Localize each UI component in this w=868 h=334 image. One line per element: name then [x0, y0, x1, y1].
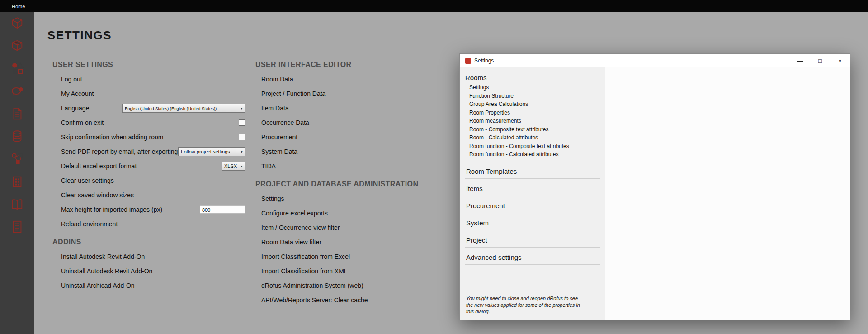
nav-item-room-function-calculated-attributes[interactable]: Room function - Calculated attributes: [460, 150, 605, 159]
excel-format-label: Default excel export format: [61, 162, 137, 170]
sidebar-button-cube-open[interactable]: [9, 39, 25, 54]
dialog-titlebar[interactable]: Settings — □ ×: [460, 54, 850, 67]
log-out-link[interactable]: Log out: [61, 76, 82, 83]
sidebar: [0, 12, 34, 334]
home-tab[interactable]: Home: [12, 4, 25, 9]
document-icon: [10, 220, 24, 235]
row-log-out: Log out: [52, 72, 245, 86]
clear-user-settings-link[interactable]: Clear user settings: [61, 177, 114, 184]
room-data-link[interactable]: Room Data: [261, 76, 293, 83]
my-account-link[interactable]: My Account: [61, 90, 94, 97]
nav-item-room-calculated-attributes[interactable]: Room - Calculated attributes: [460, 134, 605, 142]
tida-link[interactable]: TIDA: [261, 162, 276, 170]
drofus-logo-icon: [465, 58, 471, 64]
send-pdf-select[interactable]: Follow project settings ▼: [178, 147, 245, 156]
accordion-header-advanced-settings[interactable]: Advanced settings: [465, 248, 600, 265]
accordion-header-room-templates[interactable]: Room Templates: [465, 162, 600, 179]
dialog-note: You might need to close and reopen dRofu…: [466, 295, 580, 315]
sidebar-button-book[interactable]: [9, 197, 25, 212]
row-import-classification-excel: Import Classification from Excel: [255, 249, 454, 264]
app-titlebar: Home: [0, 0, 868, 12]
coins-icon: [10, 129, 24, 145]
sidebar-button-coins[interactable]: [9, 129, 25, 144]
row-language: Language English (United States) (Englis…: [52, 101, 245, 115]
accordion-header-rooms[interactable]: Rooms: [460, 73, 605, 83]
cube-icon: [10, 16, 24, 32]
user-settings-column: USER SETTINGS Log out My Account Languag…: [52, 60, 247, 293]
row-uninstall-revit-addon: Uninstall Autodesk Revit Add-On: [52, 264, 245, 278]
uninstall-revit-addon-link[interactable]: Uninstall Autodesk Revit Add-On: [61, 267, 152, 275]
row-send-pdf: Send PDF report by email, after exportin…: [52, 144, 245, 159]
room-data-view-filter-link[interactable]: Room Data view filter: [261, 239, 321, 246]
diagram-icon: [10, 152, 24, 167]
minimize-button[interactable]: —: [790, 54, 810, 67]
nav-item-function-structure[interactable]: Function Structure: [460, 92, 605, 100]
row-procurement: Procurement: [255, 130, 454, 144]
row-excel-format: Default excel export format XLSX ▼: [52, 159, 245, 173]
skip-confirmation-label: Skip confirmation when adding room: [61, 134, 163, 141]
row-my-account: My Account: [52, 86, 245, 101]
application-window: Home S: [0, 0, 868, 334]
sidebar-button-pig[interactable]: [9, 84, 25, 99]
procurement-link[interactable]: Procurement: [261, 134, 297, 141]
pig-icon: [10, 84, 24, 100]
dialog-window-controls: — □ ×: [790, 54, 850, 67]
import-classification-xml-link[interactable]: Import Classification from XML: [261, 267, 348, 275]
sidebar-button-shapes[interactable]: [9, 62, 25, 76]
occurrence-data-link[interactable]: Occurrence Data: [261, 119, 309, 126]
nav-item-room-function-composite-text-attributes[interactable]: Room function - Composite text attribute…: [460, 142, 605, 151]
chevron-down-icon: ▼: [240, 165, 243, 168]
row-confirm-on-exit: Confirm on exit: [52, 115, 245, 130]
sidebar-button-document[interactable]: [9, 220, 25, 235]
max-height-label: Max height for imported images (px): [61, 206, 162, 213]
sidebar-button-diagram[interactable]: [9, 152, 25, 167]
clear-saved-window-sizes-link[interactable]: Clear saved window sizes: [61, 191, 134, 199]
row-uninstall-archicad-addon: Uninstall Archicad Add-On: [52, 278, 245, 293]
chevron-down-icon: ▼: [240, 150, 243, 153]
reload-environment-link[interactable]: Reload environment: [61, 220, 118, 228]
admin-settings-link[interactable]: Settings: [261, 195, 284, 202]
item-data-link[interactable]: Item Data: [261, 105, 289, 112]
accordion-header-system[interactable]: System: [465, 213, 600, 230]
row-reload-environment: Reload environment: [52, 217, 245, 231]
skip-confirmation-checkbox[interactable]: [239, 134, 245, 140]
maximize-button[interactable]: □: [810, 54, 830, 67]
shapes-icon: [10, 62, 24, 77]
nav-item-room-measurements[interactable]: Room measurements: [460, 117, 605, 125]
import-classification-excel-link[interactable]: Import Classification from Excel: [261, 253, 350, 260]
language-select[interactable]: English (United States) (English (United…: [122, 104, 245, 113]
nav-item-group-area-calculations[interactable]: Group Area Calculations: [460, 100, 605, 109]
dialog-title: Settings: [474, 57, 494, 64]
accordion-header-project[interactable]: Project: [465, 230, 600, 248]
excel-format-select[interactable]: XLSX ▼: [222, 162, 245, 171]
row-room-data: Room Data: [255, 72, 454, 86]
clear-cache-link[interactable]: API/Web/Reports Server: Clear cache: [261, 296, 368, 304]
uninstall-archicad-addon-link[interactable]: Uninstall Archicad Add-On: [61, 282, 135, 289]
configure-excel-exports-link[interactable]: Configure excel exports: [261, 210, 328, 217]
nav-item-room-properties[interactable]: Room Properties: [460, 109, 605, 117]
project-function-data-link[interactable]: Project / Function Data: [261, 90, 326, 97]
accordion-header-procurement[interactable]: Procurement: [465, 196, 600, 213]
building-grid-icon: [10, 175, 24, 190]
language-label: Language: [61, 105, 89, 112]
accordion-header-items[interactable]: Items: [465, 179, 600, 196]
page-icon: [10, 107, 24, 122]
item-occurrence-view-filter-link[interactable]: Item / Occurrence view filter: [261, 224, 340, 231]
system-data-link[interactable]: System Data: [261, 148, 297, 155]
row-item-data: Item Data: [255, 101, 454, 115]
confirm-on-exit-checkbox[interactable]: [239, 119, 245, 126]
sidebar-button-page[interactable]: [9, 107, 25, 122]
row-install-revit-addon: Install Autodesk Revit Add-On: [52, 249, 245, 264]
row-project-function-data: Project / Function Data: [255, 86, 454, 101]
sidebar-button-cube[interactable]: [9, 16, 25, 31]
drofus-admin-system-link[interactable]: dRofus Administration System (web): [261, 282, 363, 289]
max-height-input[interactable]: [200, 205, 245, 214]
nav-item-settings[interactable]: Settings: [460, 83, 605, 92]
close-button[interactable]: ×: [830, 54, 850, 67]
nav-item-room-composite-text-attributes[interactable]: Room - Composite text attributes: [460, 125, 605, 134]
addins-heading: ADDINS: [52, 238, 247, 247]
install-revit-addon-link[interactable]: Install Autodesk Revit Add-On: [61, 253, 145, 260]
cube-open-icon: [10, 39, 24, 54]
send-pdf-select-value: Follow project settings: [181, 149, 238, 154]
sidebar-button-building[interactable]: [9, 175, 25, 190]
